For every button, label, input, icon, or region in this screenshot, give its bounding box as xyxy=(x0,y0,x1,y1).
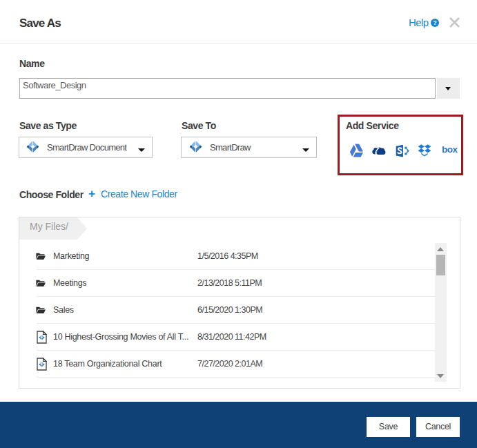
svg-text:?: ? xyxy=(433,19,436,26)
